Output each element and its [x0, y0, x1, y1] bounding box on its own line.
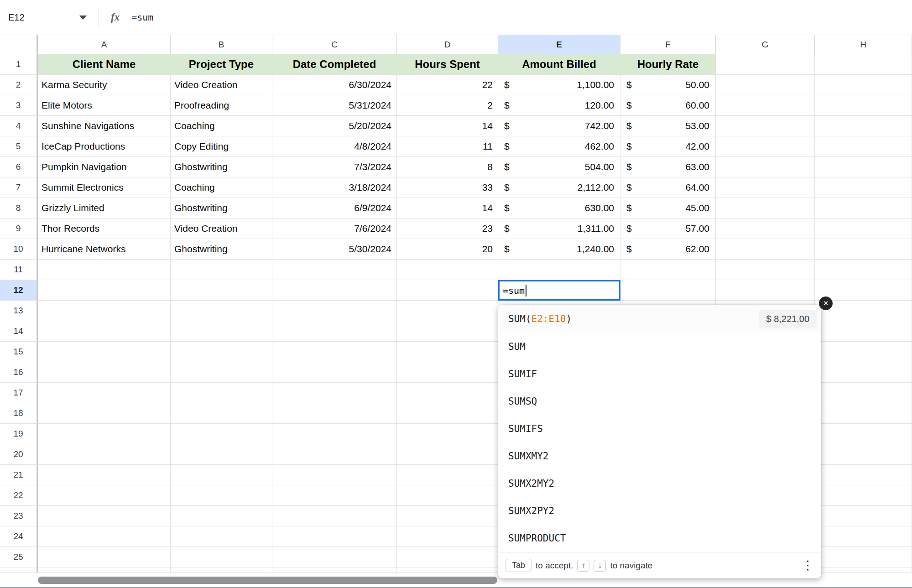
cell-G2[interactable] [716, 75, 815, 95]
cell-D22[interactable] [397, 485, 498, 506]
cell-D15[interactable] [397, 342, 498, 362]
cell-D8[interactable]: 14 [397, 198, 498, 219]
cell-D12[interactable] [397, 280, 498, 301]
cell-D1[interactable]: Hours Spent [397, 54, 498, 75]
cell-C9[interactable]: 7/6/2024 [272, 219, 397, 239]
chevron-down-icon[interactable] [79, 16, 87, 20]
cell-G4[interactable] [716, 116, 815, 136]
cell-B8[interactable]: Ghostwriting [171, 198, 272, 219]
cell-G9[interactable] [716, 219, 815, 239]
cell-H6[interactable] [815, 157, 912, 177]
cell-H1[interactable] [815, 54, 912, 75]
cell-C3[interactable]: 5/31/2024 [272, 95, 397, 116]
cell-D3[interactable]: 2 [397, 95, 498, 116]
cell-A19[interactable] [38, 424, 171, 444]
cell-D2[interactable]: 22 [397, 75, 498, 95]
cell-B19[interactable] [171, 424, 272, 444]
cell-F10[interactable]: $62.00 [620, 239, 716, 260]
function-option-sumifs[interactable]: SUMIFS [498, 415, 821, 442]
column-header-H[interactable]: H [815, 35, 912, 54]
function-option-sumx2py2[interactable]: SUMX2PY2 [498, 497, 821, 525]
cell-E3[interactable]: $120.00 [498, 95, 620, 116]
row-header-11[interactable]: 11 [0, 260, 38, 280]
cell-D6[interactable]: 8 [397, 157, 498, 177]
cell-H17[interactable] [815, 383, 912, 403]
cell-G11[interactable] [716, 260, 815, 280]
row-header-3[interactable]: 3 [0, 95, 38, 116]
cell-A3[interactable]: Elite Motors [38, 95, 171, 116]
active-cell-editor[interactable]: =sum [498, 280, 620, 301]
cell-C4[interactable]: 5/20/2024 [272, 116, 397, 136]
row-header-18[interactable]: 18 [0, 403, 38, 424]
cell-F5[interactable]: $42.00 [620, 136, 716, 157]
cell-H9[interactable] [815, 219, 912, 239]
cell-B9[interactable]: Video Creation [171, 219, 272, 239]
row-header-21[interactable]: 21 [0, 465, 38, 485]
cell-H25[interactable] [815, 547, 912, 567]
column-header-E[interactable]: E [498, 35, 620, 54]
cell-A16[interactable] [38, 362, 171, 383]
row-header-1[interactable]: 1 [0, 54, 38, 75]
cell-B1[interactable]: Project Type [171, 54, 272, 75]
scrollbar-thumb[interactable] [38, 577, 497, 584]
cell-A11[interactable] [38, 260, 171, 280]
cell-A12[interactable] [38, 280, 171, 301]
row-header-5[interactable]: 5 [0, 136, 38, 157]
cell-E11[interactable] [498, 260, 620, 280]
function-option-sumx2my2[interactable]: SUMX2MY2 [498, 470, 821, 497]
cell-H4[interactable] [815, 116, 912, 136]
name-box[interactable]: E12 [0, 12, 91, 23]
cell-B7[interactable]: Coaching [171, 177, 272, 198]
cell-B5[interactable]: Copy Editing [171, 136, 272, 157]
cell-B12[interactable] [171, 280, 272, 301]
cell-D16[interactable] [397, 362, 498, 383]
cell-A25[interactable] [38, 547, 171, 567]
cell-G10[interactable] [716, 239, 815, 260]
cell-D24[interactable] [397, 526, 498, 547]
cell-C22[interactable] [272, 485, 397, 506]
row-header-20[interactable]: 20 [0, 444, 38, 465]
cell-C18[interactable] [272, 403, 397, 424]
function-option-sum[interactable]: SUM [498, 333, 821, 360]
cell-F4[interactable]: $53.00 [620, 116, 716, 136]
row-header-17[interactable]: 17 [0, 383, 38, 403]
cell-A17[interactable] [38, 383, 171, 403]
cell-H19[interactable] [815, 424, 912, 444]
column-header-C[interactable]: C [272, 35, 397, 54]
cell-B25[interactable] [171, 547, 272, 567]
cell-F2[interactable]: $50.00 [620, 75, 716, 95]
cell-E8[interactable]: $630.00 [498, 198, 620, 219]
cell-E4[interactable]: $742.00 [498, 116, 620, 136]
cell-F7[interactable]: $64.00 [620, 177, 716, 198]
cell-G8[interactable] [716, 198, 815, 219]
cell-C1[interactable]: Date Completed [272, 54, 397, 75]
cell-H7[interactable] [815, 177, 912, 198]
cell-D23[interactable] [397, 506, 498, 526]
select-all-corner[interactable] [0, 35, 38, 54]
cell-D9[interactable]: 23 [397, 219, 498, 239]
cell-D13[interactable] [397, 301, 498, 321]
cell-C12[interactable] [272, 280, 397, 301]
cell-B15[interactable] [171, 342, 272, 362]
cell-C21[interactable] [272, 465, 397, 485]
row-header-7[interactable]: 7 [0, 177, 38, 198]
column-header-A[interactable]: A [38, 35, 171, 54]
cell-F8[interactable]: $45.00 [620, 198, 716, 219]
column-header-D[interactable]: D [397, 35, 498, 54]
column-header-G[interactable]: G [716, 35, 815, 54]
cell-D19[interactable] [397, 424, 498, 444]
cell-B13[interactable] [171, 301, 272, 321]
cell-A24[interactable] [38, 526, 171, 547]
cell-A10[interactable]: Hurricane Networks [38, 239, 171, 260]
cell-G5[interactable] [716, 136, 815, 157]
cell-H2[interactable] [815, 75, 912, 95]
more-options-icon[interactable]: ⋮ [802, 559, 814, 572]
row-header-12[interactable]: 12 [0, 280, 38, 301]
cell-A18[interactable] [38, 403, 171, 424]
cell-B24[interactable] [171, 526, 272, 547]
function-option-sumxmy2[interactable]: SUMXMY2 [498, 442, 821, 470]
cell-C23[interactable] [272, 506, 397, 526]
cell-B17[interactable] [171, 383, 272, 403]
cell-C24[interactable] [272, 526, 397, 547]
cell-E6[interactable]: $504.00 [498, 157, 620, 177]
